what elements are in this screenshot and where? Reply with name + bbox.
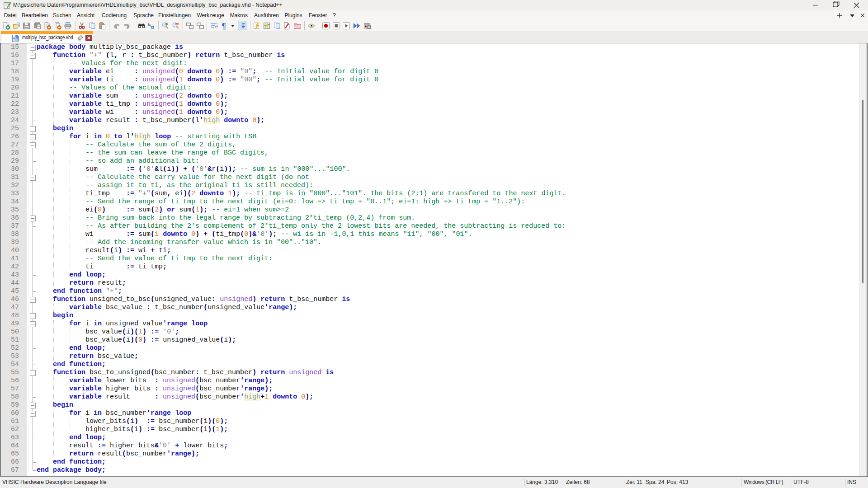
svg-text:b: b	[148, 22, 151, 27]
svg-text:¶: ¶	[222, 22, 226, 30]
